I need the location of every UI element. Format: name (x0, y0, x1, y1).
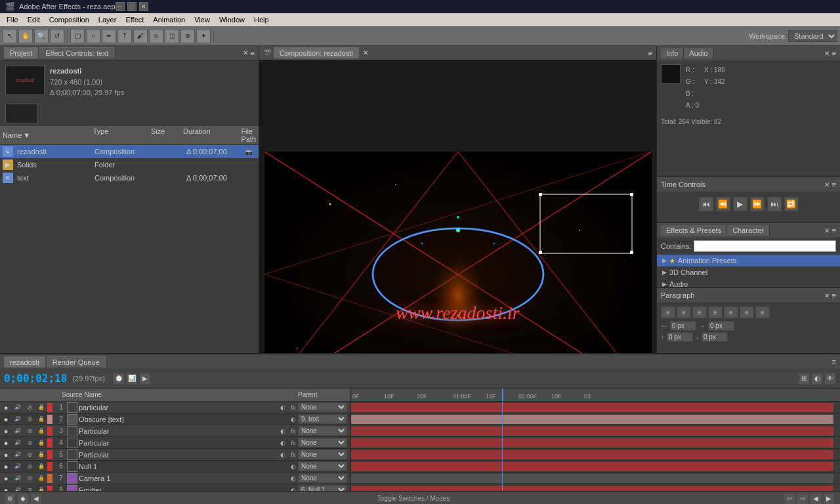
col-header-name[interactable]: Name ▼ (3, 127, 93, 143)
solo-toggle[interactable]: ◎ (24, 463, 35, 469)
tool-eraser[interactable]: ◫ (165, 29, 179, 43)
col-header-type[interactable]: Type (93, 127, 150, 143)
project-file-row[interactable]: ▶ Solids Folder (0, 158, 259, 171)
tool-pen[interactable]: ✒ (102, 29, 116, 43)
justify-all-btn[interactable]: ≡ (755, 306, 770, 318)
motion-blur-btn[interactable]: ◐ (289, 474, 298, 483)
timeline-jump-btn[interactable]: ⇦ (784, 493, 795, 505)
effects-btn[interactable]: fx (289, 450, 298, 459)
solo-toggle[interactable]: ◎ (24, 452, 35, 457)
timeline-jump-end-btn[interactable]: ⇨ (797, 493, 808, 505)
comp-panel-close[interactable]: ✕ (363, 49, 368, 56)
solo-toggle[interactable]: ◎ (24, 416, 35, 422)
parent-select[interactable]: 9. textNone (298, 414, 347, 424)
menu-composition[interactable]: Composition (45, 14, 93, 25)
menu-edit[interactable]: Edit (24, 14, 44, 25)
tab-render-queue[interactable]: Render Queue (47, 356, 106, 368)
solo-toggle[interactable]: ◎ (24, 475, 35, 481)
align-center-btn[interactable]: ≡ (677, 306, 691, 318)
indent-left-input[interactable] (670, 321, 696, 331)
lock-toggle[interactable]: 🔒 (35, 463, 47, 469)
layer-row[interactable]: ● 🔊 ◎ 🔒 5 Particular ◐ fx None (0, 449, 350, 461)
tool-roto[interactable]: ⊕ (180, 29, 195, 43)
lock-toggle[interactable]: 🔒 (35, 487, 47, 491)
parent-select[interactable]: None (298, 438, 347, 448)
lock-toggle[interactable]: 🔒 (35, 404, 47, 410)
justify-left-btn[interactable]: ≡ (708, 306, 723, 318)
maximize-button[interactable]: □ (127, 2, 136, 11)
menu-file[interactable]: File (3, 14, 22, 25)
parent-select[interactable]: None (298, 473, 347, 483)
workspace-select[interactable]: Standard (788, 30, 837, 42)
tab-effect-controls[interactable]: Effect Controls: text (39, 47, 114, 58)
tab-project[interactable]: Project (4, 47, 38, 58)
tab-timeline-comp[interactable]: rezadosti (4, 356, 45, 368)
solo-toggle[interactable]: ◎ (24, 428, 35, 434)
visibility-toggle[interactable]: ● (0, 439, 12, 447)
effects-menu[interactable]: ≡ (832, 226, 836, 234)
project-file-row[interactable]: C rezadosti Composition Δ 0;00;07;00 📷 (0, 145, 259, 158)
layer-checkbox[interactable] (67, 473, 77, 484)
tab-effects-presets[interactable]: Effects & Presets (661, 225, 727, 236)
time-controls-menu[interactable]: ≡ (832, 180, 836, 188)
new-comp-btn[interactable]: ⊕ (4, 493, 16, 505)
space-after-input[interactable] (702, 332, 728, 342)
tool-rotate[interactable]: ↺ (50, 29, 64, 43)
audio-toggle[interactable]: 🔊 (12, 416, 24, 422)
tab-audio[interactable]: Audio (684, 48, 713, 58)
audio-toggle[interactable]: 🔊 (12, 452, 24, 457)
play-btn[interactable]: ▶ (733, 197, 747, 211)
lock-toggle[interactable]: 🔒 (35, 440, 47, 446)
solo-toggle[interactable]: ◎ (24, 440, 35, 446)
motion-blur-btn[interactable]: ◐ (278, 403, 287, 412)
visibility-toggle[interactable]: ● (0, 451, 12, 459)
tool-rect[interactable]: ▢ (70, 29, 85, 43)
go-to-start-btn[interactable]: ⏮ (699, 197, 713, 211)
minimize-button[interactable]: ─ (116, 2, 125, 11)
layer-checkbox[interactable] (67, 450, 77, 460)
visibility-toggle[interactable]: ● (0, 463, 12, 471)
col-header-filepath[interactable]: File Path (241, 127, 256, 143)
tool-puppet[interactable]: ✦ (196, 29, 211, 43)
keyframe-btn[interactable]: ◆ (17, 493, 29, 505)
layer-row[interactable]: ● 🔊 ◎ 🔒 3 Particular ◐ fx None (0, 425, 350, 437)
timeline-time[interactable]: 0;00;02;18 (4, 372, 67, 385)
contains-input[interactable] (694, 240, 836, 252)
layer-row[interactable]: ● 🔊 ◎ 🔒 4 Particular ◐ fx None (0, 437, 350, 449)
space-before-input[interactable] (667, 332, 693, 342)
tool-hand[interactable]: ✋ (18, 29, 33, 43)
audio-toggle[interactable]: 🔊 (12, 475, 24, 481)
visibility-toggle[interactable]: ● (0, 486, 12, 492)
solo-toggle[interactable]: ◎ (24, 404, 35, 410)
parent-select[interactable]: None (298, 461, 347, 471)
motion-blur-btn[interactable]: ◐ (289, 462, 298, 471)
layer-row[interactable]: ● 🔊 ◎ 🔒 8 Emitter ◐ 6. Null 1None (0, 484, 350, 491)
justify-center-btn[interactable]: ≡ (724, 306, 738, 318)
effects-close[interactable]: ✕ (824, 227, 830, 234)
tab-info[interactable]: Info (661, 48, 684, 58)
motion-blur-btn[interactable]: ◐ (278, 427, 287, 436)
layer-row[interactable]: ● 🔊 ◎ 🔒 2 Obscure [text] ◐ 9. textNone (0, 413, 350, 425)
hide-shy-btn[interactable]: 👁 (824, 373, 836, 385)
info-panel-close[interactable]: ✕ (824, 50, 830, 57)
parent-select[interactable]: 6. Null 1None (298, 485, 347, 491)
motion-blur-btn[interactable]: ◐ (278, 450, 287, 459)
layer-row[interactable]: ● 🔊 ◎ 🔒 6 Null 1 ◐ None (0, 461, 350, 472)
time-controls-close[interactable]: ✕ (824, 181, 830, 188)
visibility-toggle[interactable]: ● (0, 427, 12, 435)
align-left-btn[interactable]: ≡ (661, 306, 675, 318)
layer-row[interactable]: ● 🔊 ◎ 🔒 1 particular ◐ fx None (0, 402, 350, 413)
lock-toggle[interactable]: 🔒 (35, 475, 47, 481)
render-btn[interactable]: ▶ (139, 373, 151, 385)
solo-toggle[interactable]: ◎ (24, 487, 35, 491)
comp-panel-menu[interactable]: ≡ (648, 49, 652, 57)
tool-zoom[interactable]: 🔍 (34, 29, 49, 43)
timeline-scroll-back[interactable]: ◀ (810, 493, 822, 505)
close-button[interactable]: ✕ (139, 2, 148, 11)
menu-effect[interactable]: Effect (121, 14, 148, 25)
audio-toggle[interactable]: 🔊 (12, 440, 24, 446)
effects-btn[interactable]: fx (289, 403, 298, 412)
toggle-switches-btn[interactable]: ⊞ (798, 373, 810, 385)
go-to-end-btn[interactable]: ⏭ (767, 197, 782, 211)
tool-select[interactable]: ↖ (3, 29, 17, 43)
